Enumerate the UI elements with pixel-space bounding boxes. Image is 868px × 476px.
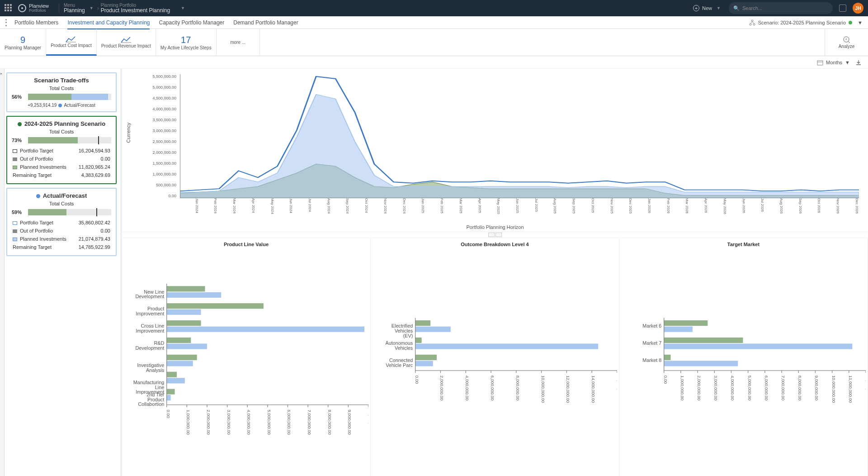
plus-circle-icon: + bbox=[693, 5, 699, 11]
svg-rect-22 bbox=[167, 372, 177, 377]
svg-rect-26 bbox=[167, 395, 171, 400]
ribbon-tile[interactable]: more ... bbox=[217, 29, 260, 56]
ribbon-tile[interactable]: 9Planning Manager bbox=[0, 29, 46, 56]
svg-text:ProductImprovement: ProductImprovement bbox=[136, 306, 164, 316]
chevron-down-icon: ▼ bbox=[90, 6, 94, 10]
svg-text:10,000,000.00: 10,000,000.00 bbox=[831, 376, 836, 403]
subnav-tab[interactable]: Investment and Capacity Planning bbox=[67, 17, 150, 29]
svg-text:7,000,000.00: 7,000,000.00 bbox=[307, 409, 312, 434]
ribbon-tile[interactable]: Product Cost Impact bbox=[46, 29, 97, 56]
status-dot-icon bbox=[849, 21, 852, 24]
svg-text:8,000,000.00: 8,000,000.00 bbox=[797, 376, 802, 400]
ribbon-tile[interactable]: 17My Active Lifecycle Steps bbox=[156, 29, 217, 56]
search-icon: 🔍 bbox=[733, 5, 740, 11]
brand[interactable]: Planview Portfolios bbox=[18, 4, 49, 13]
scenario-card[interactable]: Scenario Trade-offsTotal Costs56%+9,253,… bbox=[6, 72, 117, 112]
svg-text:11,000,000.00: 11,000,000.00 bbox=[848, 376, 853, 403]
chart-icon bbox=[65, 36, 77, 43]
svg-rect-20 bbox=[167, 361, 193, 366]
svg-rect-58 bbox=[415, 355, 437, 360]
svg-point-0 bbox=[751, 20, 753, 22]
svg-text:6,000,000.00: 6,000,000.00 bbox=[490, 376, 495, 400]
chart-title: Product Line Value bbox=[124, 242, 368, 247]
new-button[interactable]: + New ▼ bbox=[693, 5, 722, 11]
svg-rect-25 bbox=[167, 389, 175, 395]
svg-rect-87 bbox=[664, 355, 671, 360]
svg-text:ElectrifiedVehicles(EV): ElectrifiedVehicles(EV) bbox=[392, 323, 413, 338]
svg-rect-16 bbox=[167, 338, 191, 343]
svg-rect-14 bbox=[167, 327, 364, 332]
svg-text:8,000,000.00: 8,000,000.00 bbox=[327, 409, 332, 434]
book-icon[interactable] bbox=[839, 5, 846, 12]
svg-text:Market 8: Market 8 bbox=[642, 357, 661, 363]
tile-bar: 9Planning ManagerProduct Cost ImpactProd… bbox=[0, 29, 868, 56]
svg-text:12,000,000.00: 12,000,000.00 bbox=[566, 376, 571, 403]
svg-text:0.00: 0.00 bbox=[415, 376, 420, 384]
svg-text:9,000,000.00: 9,000,000.00 bbox=[814, 376, 819, 400]
small-chart: Product Line ValueNew LineDevelopmentPro… bbox=[122, 238, 371, 476]
svg-point-2 bbox=[753, 24, 755, 25]
chevron-down-icon: ▼ bbox=[181, 6, 185, 10]
subnav-tab[interactable]: Demand Portfolio Manager bbox=[233, 17, 298, 29]
svg-text:InvestigativeAnalysis: InvestigativeAnalysis bbox=[137, 362, 165, 373]
chart-title: Outcome Breakdown Level 4 bbox=[373, 242, 617, 247]
chevron-right-icon: › bbox=[97, 5, 99, 11]
svg-rect-17 bbox=[167, 343, 207, 349]
scenario-card[interactable]: Actual/ForecastTotal Costs59%Portfolio T… bbox=[6, 188, 117, 256]
calendar-icon bbox=[817, 59, 823, 66]
svg-text:5,000,000.00: 5,000,000.00 bbox=[267, 409, 272, 434]
download-icon[interactable] bbox=[855, 59, 862, 66]
svg-text:4,000,000.00: 4,000,000.00 bbox=[465, 376, 470, 400]
chevron-down-icon: ▼ bbox=[845, 60, 850, 65]
svg-text:R&DDevelopment: R&DDevelopment bbox=[136, 340, 165, 351]
y-axis-label: Currency bbox=[126, 123, 131, 143]
svg-rect-81 bbox=[664, 320, 708, 326]
brand-sub: Portfolios bbox=[29, 9, 49, 13]
svg-text:4,000,000.00: 4,000,000.00 bbox=[246, 409, 251, 434]
collapse-down-icon[interactable] bbox=[495, 233, 502, 237]
sidebar-expand-handle[interactable] bbox=[0, 69, 5, 476]
brand-target-icon bbox=[18, 4, 26, 12]
svg-text:2,000,000.00: 2,000,000.00 bbox=[697, 376, 702, 400]
avatar[interactable]: JH bbox=[853, 3, 863, 14]
menu-planning[interactable]: Menu Planning ▼ bbox=[64, 3, 95, 14]
drag-handle-icon[interactable] bbox=[5, 19, 7, 26]
subnav: Portfolio MembersInvestment and Capacity… bbox=[0, 16, 868, 29]
subnav-tab[interactable]: Capacity Portfolio Manager bbox=[159, 17, 224, 29]
svg-text:12,000,000.00: 12,000,000.00 bbox=[865, 376, 866, 403]
ribbon-tile[interactable]: Product Revenue Impact bbox=[97, 29, 156, 56]
analyze-tile[interactable]: + Analyze bbox=[825, 29, 868, 56]
main-chart: Currency 5,500,000.005,000,000.004,500,0… bbox=[122, 69, 868, 232]
svg-text:Cross LineImprovement: Cross LineImprovement bbox=[136, 323, 164, 333]
scenario-card[interactable]: 2024-2025 Planning ScenarioTotal Costs73… bbox=[6, 116, 117, 184]
scenario-indicator[interactable]: Scenario: 2024-2025 Planning Scenario ▼ bbox=[749, 19, 863, 26]
time-granularity-select[interactable]: Months ▼ bbox=[817, 59, 850, 66]
svg-text:Market 6: Market 6 bbox=[642, 323, 661, 328]
svg-text:New LineDevelopment: New LineDevelopment bbox=[136, 289, 165, 300]
analyze-plus-icon: + bbox=[843, 36, 851, 44]
svg-text:ConnectedVehicle Parc: ConnectedVehicle Parc bbox=[386, 357, 413, 368]
svg-rect-55 bbox=[415, 338, 422, 343]
breadcrumb-portfolio[interactable]: Planning Portfolio Product Investment Pl… bbox=[101, 3, 187, 14]
svg-rect-85 bbox=[664, 343, 853, 349]
x-axis-label: Portfolio Planning Horizon bbox=[466, 224, 524, 230]
subnav-tab[interactable]: Portfolio Members bbox=[14, 17, 58, 29]
svg-text:3,000,000.00: 3,000,000.00 bbox=[226, 409, 231, 434]
svg-text:10,000,000.00: 10,000,000.00 bbox=[368, 409, 368, 437]
svg-point-1 bbox=[750, 24, 751, 25]
collapse-up-icon[interactable] bbox=[488, 233, 495, 237]
svg-rect-23 bbox=[167, 378, 185, 383]
svg-rect-52 bbox=[415, 320, 430, 326]
svg-rect-19 bbox=[167, 355, 197, 360]
scenario-cards-panel: Scenario Trade-offsTotal Costs56%+9,253,… bbox=[5, 69, 120, 476]
chart-splitter[interactable] bbox=[122, 232, 868, 238]
search-input[interactable]: 🔍 Search... bbox=[729, 2, 833, 14]
svg-rect-5 bbox=[817, 61, 823, 65]
small-chart: Outcome Breakdown Level 4ElectrifiedVehi… bbox=[371, 238, 619, 476]
apps-grid-icon[interactable] bbox=[5, 4, 13, 12]
svg-text:10,000,000.00: 10,000,000.00 bbox=[541, 376, 546, 403]
svg-text:0.00: 0.00 bbox=[166, 409, 171, 418]
svg-text:9,000,000.00: 9,000,000.00 bbox=[347, 409, 352, 434]
svg-rect-11 bbox=[167, 309, 201, 315]
svg-rect-88 bbox=[664, 361, 738, 366]
